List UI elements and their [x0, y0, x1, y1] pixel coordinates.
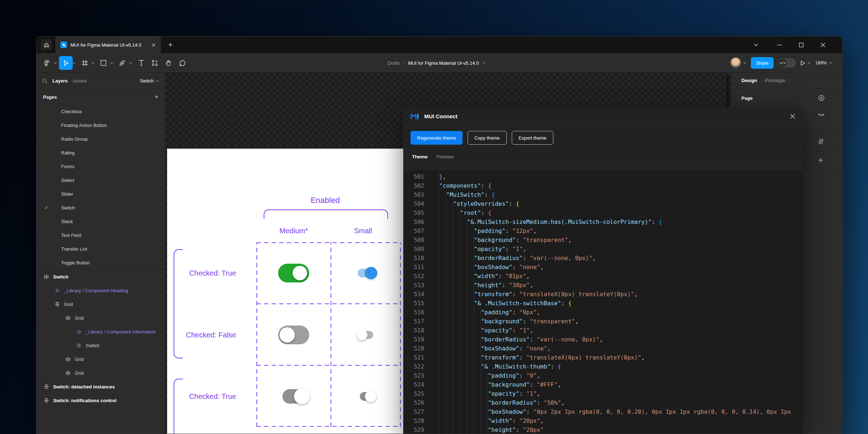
page-item[interactable]: Forms [37, 159, 165, 173]
dialog-close-icon[interactable] [790, 114, 795, 119]
zoom-menu[interactable]: 168% [815, 60, 832, 65]
tab-preview[interactable]: Preview [437, 154, 454, 159]
figma-menu-icon[interactable] [40, 56, 54, 70]
layer-item[interactable]: Switch [37, 270, 165, 284]
layer-item[interactable]: Grid [37, 311, 165, 325]
mui-logo-icon [410, 113, 420, 120]
canvas-row-label: Checked: False [186, 331, 236, 339]
actions-tool[interactable] [148, 56, 162, 70]
regenerate-theme-button[interactable]: Regenerate theme [410, 131, 463, 145]
code-line: 512"width": "81px", [408, 272, 803, 281]
share-button[interactable]: Share [751, 57, 774, 69]
hand-tool[interactable] [162, 56, 175, 70]
line-number: 508 [408, 235, 424, 244]
breadcrumb[interactable]: Drafts / MUI for Figma Material UI-v5.14… [388, 53, 485, 73]
add-page-icon[interactable]: + [154, 93, 158, 101]
component-eye-icon[interactable] [818, 95, 825, 101]
layer-item[interactable]: Switch: detached instances [37, 380, 165, 393]
page-item[interactable]: Text Field [37, 228, 165, 242]
tab-prototype[interactable]: Prototype [765, 78, 785, 83]
line-number: 506 [408, 217, 424, 226]
switch-medium-checked-gray[interactable] [282, 389, 305, 404]
tab-design[interactable]: Design [741, 78, 757, 83]
tab-layers[interactable]: Layers [52, 78, 68, 84]
switch-small-checked-gray[interactable] [360, 392, 372, 401]
page-item[interactable]: Transfer List [37, 242, 165, 256]
text-tool[interactable] [134, 56, 148, 70]
line-number: 528 [408, 416, 424, 425]
shape-tool[interactable] [97, 56, 110, 70]
code-line: 517"background": "transparent", [408, 317, 803, 326]
line-number: 503 [408, 190, 424, 199]
page-item[interactable]: Radio Group [37, 132, 165, 146]
switch-medium-checked[interactable] [278, 264, 309, 282]
autolayout-h-icon [65, 357, 71, 362]
figma-menu-chevron-icon[interactable] [54, 62, 57, 64]
page-item-label: Forms [61, 164, 75, 169]
plus-icon[interactable] [818, 158, 823, 163]
copy-theme-button[interactable]: Copy theme [468, 131, 507, 145]
pen-tool[interactable] [115, 56, 129, 70]
left-sidebar: Layers Assets Switch Pages + CheckboxFlo… [37, 73, 165, 434]
move-tool-chevron-icon[interactable] [73, 62, 76, 64]
export-theme-button[interactable]: Export theme [512, 131, 553, 145]
dev-mode-toggle[interactable]: </> [778, 58, 796, 68]
page-item[interactable]: Stack [37, 214, 165, 228]
file-tab[interactable]: MUI for Figma Material UI-v5.14.0 ✕ [55, 37, 161, 53]
breadcrumb-folder[interactable]: Drafts [388, 60, 400, 66]
tab-close-icon[interactable]: ✕ [151, 42, 156, 48]
theme-code-editor[interactable]: 501},502"components": {503"MuiSwitch": {… [403, 170, 803, 434]
pen-tool-chevron-icon[interactable] [129, 62, 132, 64]
search-icon[interactable] [42, 78, 47, 84]
eye-closed-icon[interactable] [818, 113, 825, 117]
page-selector-label: Switch [140, 78, 154, 84]
page-item[interactable]: Slider [37, 187, 165, 201]
account-chevron-icon [743, 62, 746, 64]
shape-tool-chevron-icon[interactable] [110, 62, 113, 64]
avatar[interactable] [730, 58, 741, 68]
page-item[interactable]: Toggle Button [37, 256, 165, 269]
switch-medium-unchecked[interactable] [278, 326, 309, 344]
page-item[interactable]: Select [37, 173, 165, 187]
layer-item[interactable]: _Library / Component Information [37, 325, 165, 339]
layer-item-label: Grid [75, 357, 84, 362]
layer-item[interactable]: _Library / Component Heading [37, 284, 165, 297]
line-number: 501 [408, 172, 424, 181]
layer-item-label: Grid [75, 315, 84, 321]
page-item[interactable]: ✓Switch [37, 201, 165, 214]
code-line: 506"&.MuiSwitch-sizeMedium:has(.MuiSwitc… [408, 217, 803, 226]
layer-item[interactable]: Grid [37, 366, 165, 380]
sliders-icon[interactable] [818, 138, 824, 145]
page-item[interactable]: Rating [37, 146, 165, 159]
line-number: 512 [408, 272, 424, 281]
maximize-icon[interactable] [796, 37, 806, 53]
layer-item[interactable]: Switch: notifications control [37, 393, 165, 407]
move-tool[interactable] [59, 56, 73, 70]
code-line: 528"width": "20px", [408, 416, 803, 425]
page-item[interactable]: Floating Action Button [37, 118, 165, 132]
close-window-icon[interactable] [818, 37, 828, 53]
home-button[interactable] [41, 39, 52, 50]
new-tab-button[interactable]: + [164, 37, 177, 53]
minimize-icon[interactable] [774, 37, 784, 53]
account-menu[interactable] [730, 58, 746, 68]
window-menu-icon[interactable] [751, 37, 761, 53]
layer-item[interactable]: Grid [37, 297, 165, 311]
frame-tool[interactable] [78, 56, 92, 70]
page-item-label: Select [61, 178, 74, 183]
instance-icon [76, 329, 81, 334]
layer-item[interactable]: Grid [37, 352, 165, 366]
page-selector[interactable]: Switch [140, 78, 159, 84]
switch-small-unchecked[interactable] [359, 331, 373, 339]
check-icon: ✓ [44, 205, 48, 210]
line-number: 507 [408, 226, 424, 235]
page-item-label: Stack [61, 219, 73, 224]
tab-theme[interactable]: Theme [412, 154, 428, 159]
frame-tool-chevron-icon[interactable] [92, 62, 94, 64]
tab-assets[interactable]: Assets [73, 78, 87, 84]
present-button[interactable] [800, 60, 811, 66]
page-item[interactable]: Checkbox [37, 105, 165, 118]
comment-tool[interactable] [175, 56, 189, 70]
switch-small-checked[interactable] [358, 269, 374, 277]
layer-item[interactable]: Switch [37, 339, 165, 352]
